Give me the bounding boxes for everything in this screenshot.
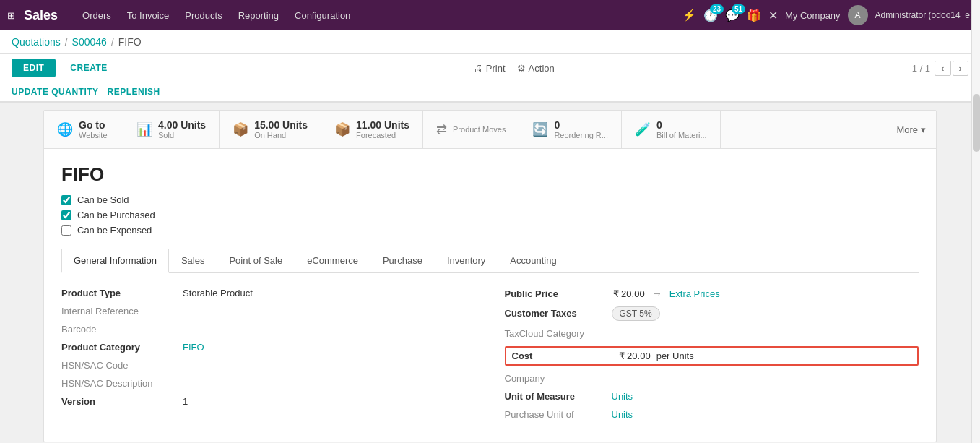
can-be-purchased-checkbox[interactable]: Can be Purchased	[61, 210, 919, 220]
can-be-expensed-label: Can be Expensed	[77, 225, 152, 236]
onhand-value: 15.00 Units	[254, 119, 308, 131]
forecast-icon: 📦	[334, 121, 350, 137]
cost-row: Cost ₹ 20.00 per Units	[505, 346, 919, 366]
clock-icon[interactable]: 🕐 23	[703, 9, 718, 22]
stat-btn-website[interactable]: 🌐 Go to Website	[44, 111, 123, 148]
scrollbar-thumb[interactable]	[973, 94, 980, 152]
tab-sales[interactable]: Sales	[169, 249, 217, 273]
stat-btn-reorder[interactable]: 🔄 0 Reordering R...	[519, 111, 622, 148]
form-right-col: Public Price ₹ 20.00 → Extra Prices Cust…	[505, 288, 919, 427]
stat-btn-forecasted[interactable]: 📦 11.00 Units Forecasted	[321, 111, 423, 148]
clock-badge: 23	[710, 4, 724, 14]
tab-accounting[interactable]: Accounting	[498, 249, 568, 273]
update-quantity-button[interactable]: UPDATE QUANTITY	[12, 87, 99, 97]
next-arrow[interactable]: ›	[953, 61, 968, 76]
nav-to-invoice[interactable]: To Invoice	[120, 6, 177, 25]
can-be-purchased-label: Can be Purchased	[77, 210, 155, 220]
can-be-sold-checkbox[interactable]: Can be Sold	[61, 194, 919, 205]
gear-icon: ⚙	[517, 63, 526, 74]
smart-buttons-bar: UPDATE QUANTITY REPLENISH	[0, 82, 980, 103]
website-label: Website	[79, 131, 108, 139]
version-value: 1	[183, 396, 188, 407]
bom-icon: 🧪	[635, 121, 651, 137]
hsn-desc-label: HSN/SAC Description	[61, 378, 177, 389]
print-button[interactable]: 🖨 Print	[474, 63, 506, 74]
purchase-uom-value[interactable]: Units	[612, 409, 633, 420]
product-title: FIFO	[61, 163, 919, 186]
nav-configuration[interactable]: Configuration	[287, 6, 357, 25]
tab-purchase[interactable]: Purchase	[370, 249, 435, 273]
grid-icon[interactable]: ⊞	[7, 10, 15, 21]
customer-taxes-row: Customer Taxes GST 5%	[505, 306, 919, 321]
product-category-value[interactable]: FIFO	[183, 342, 204, 353]
company-row: Company	[505, 373, 919, 384]
tab-general-information[interactable]: General Information	[61, 249, 169, 273]
action-bar: EDIT CREATE 🖨 Print ⚙ Action 1 / 1 ‹ ›	[0, 54, 980, 82]
breadcrumb-sep1: /	[65, 36, 68, 48]
uom-value[interactable]: Units	[612, 391, 633, 402]
version-row: Version 1	[61, 396, 476, 407]
cost-label: Cost	[512, 350, 613, 361]
tabs: General Information Sales Point of Sale …	[61, 249, 919, 273]
product-category-row: Product Category FIFO	[61, 342, 476, 353]
taxcloud-label: TaxCloud Category	[505, 328, 606, 339]
bom-value: 0	[656, 119, 707, 131]
prev-arrow[interactable]: ‹	[935, 61, 950, 76]
sold-icon: 📊	[136, 121, 152, 137]
can-be-expensed-checkbox[interactable]: Can be Expensed	[61, 225, 919, 236]
extra-prices-link[interactable]: Extra Prices	[669, 288, 720, 299]
sold-checkbox-input[interactable]	[61, 195, 71, 205]
nav-products[interactable]: Products	[178, 6, 229, 25]
product-body: FIFO Can be Sold Can be Purchased Can be…	[44, 149, 936, 442]
public-price-label: Public Price	[505, 288, 606, 299]
onhand-label: On Hand	[254, 131, 308, 139]
edit-button[interactable]: EDIT	[12, 59, 56, 77]
tab-point-of-sale[interactable]: Point of Sale	[217, 249, 295, 273]
reorder-label: Reordering R...	[554, 131, 608, 139]
internal-ref-label: Internal Reference	[61, 306, 177, 317]
onhand-icon: 📦	[233, 121, 248, 137]
nav-orders[interactable]: Orders	[75, 6, 118, 25]
chat-badge: 51	[732, 4, 745, 14]
more-button[interactable]: More ▾	[886, 111, 936, 148]
product-category-label: Product Category	[61, 342, 177, 353]
tab-ecommerce[interactable]: eCommerce	[295, 249, 370, 273]
stat-btn-onhand[interactable]: 📦 15.00 Units On Hand	[220, 111, 321, 148]
checkbox-group: Can be Sold Can be Purchased Can be Expe…	[61, 194, 919, 236]
forecast-value: 11.00 Units	[356, 119, 409, 131]
reorder-value: 0	[554, 119, 608, 131]
nav-reporting[interactable]: Reporting	[231, 6, 286, 25]
stat-btn-product-moves[interactable]: ⇄ Product Moves	[423, 111, 519, 148]
purchase-uom-row: Purchase Unit of Units	[505, 409, 919, 420]
purchased-checkbox-input[interactable]	[61, 210, 71, 220]
create-button[interactable]: CREATE	[61, 59, 116, 77]
replenish-button[interactable]: REPLENISH	[108, 87, 160, 97]
expensed-checkbox-input[interactable]	[61, 225, 71, 236]
public-price-row: Public Price ₹ 20.00 → Extra Prices	[505, 288, 919, 299]
app-title: Sales	[24, 8, 58, 23]
hsn-code-row: HSN/SAC Code	[61, 360, 476, 371]
close-icon[interactable]: ✕	[768, 9, 778, 22]
reorder-icon: 🔄	[532, 121, 548, 137]
company-label: Company	[505, 373, 606, 384]
moves-label: Product Moves	[453, 125, 506, 134]
tab-inventory[interactable]: Inventory	[435, 249, 498, 273]
nav-right: ⚡ 🕐 23 💬 51 🎁 ✕ My Company A Administrat…	[682, 5, 973, 25]
chat-icon[interactable]: 💬 51	[725, 9, 740, 22]
customer-taxes-label: Customer Taxes	[505, 308, 606, 319]
stat-btn-bom[interactable]: 🧪 0 Bill of Materi...	[622, 111, 721, 148]
scrollbar-track	[971, 0, 980, 443]
breadcrumb-s00046[interactable]: S00046	[72, 36, 107, 48]
arrow-right-icon: →	[652, 288, 662, 299]
action-bar-center: 🖨 Print ⚙ Action	[122, 63, 906, 74]
gift-icon[interactable]: 🎁	[747, 9, 761, 22]
breadcrumb-quotations[interactable]: Quotations	[12, 36, 61, 48]
nav-arrows: ‹ ›	[935, 61, 968, 76]
action-button[interactable]: ⚙ Action	[517, 63, 555, 74]
bolt-icon[interactable]: ⚡	[682, 9, 696, 22]
moves-icon: ⇄	[436, 121, 447, 137]
more-label: More	[896, 124, 918, 135]
action-bar-right: 1 / 1 ‹ ›	[912, 61, 968, 76]
stat-btn-sold[interactable]: 📊 4.00 Units Sold	[123, 111, 220, 148]
stat-buttons-row: 🌐 Go to Website 📊 4.00 Units Sold 📦 15.0…	[44, 111, 936, 149]
